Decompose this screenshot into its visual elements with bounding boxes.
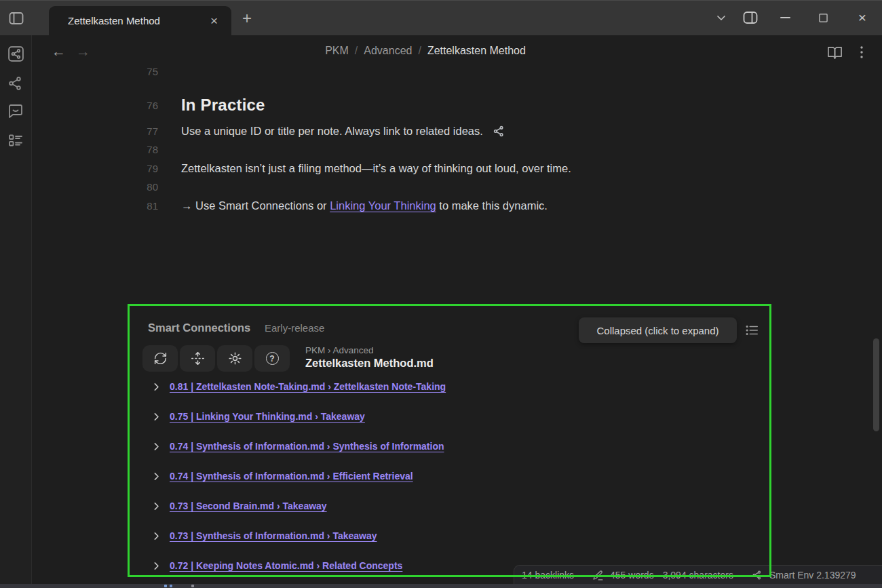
panel-release-tag: Early-release <box>265 322 324 334</box>
paragraph-text: → Use Smart Connections or <box>181 199 330 212</box>
connection-link[interactable]: 0.73 | Synthesis of Information.md › Tak… <box>170 530 377 541</box>
smart-connections-view-icon[interactable] <box>7 45 24 62</box>
titlebar: Zettelkasten Method × + × <box>0 0 882 35</box>
panel-toolbar: ? <box>142 345 290 372</box>
chevron-right-icon[interactable] <box>151 471 162 482</box>
panel-context-folder: PKM › Advanced <box>305 345 374 355</box>
chevron-right-icon[interactable] <box>151 501 162 512</box>
smart-chat-icon[interactable] <box>7 103 24 120</box>
line-number: 81 <box>128 200 158 212</box>
line-number: 75 <box>128 66 158 77</box>
bottom-edge-sliver <box>0 584 882 588</box>
breadcrumb-separator: / <box>418 45 421 56</box>
paragraph-text: to make this dynamic. <box>436 199 548 212</box>
window-close-icon[interactable]: × <box>847 0 877 35</box>
help-button[interactable]: ? <box>254 345 290 372</box>
paragraph-line[interactable]: → Use Smart Connections or Linking Your … <box>181 199 548 212</box>
pencil-icon <box>592 570 604 581</box>
chevron-down-icon[interactable] <box>706 0 736 35</box>
paragraph-line[interactable]: Zettelkasten isn’t just a filing method—… <box>181 162 571 175</box>
internal-link-linking-your-thinking[interactable]: Linking Your Thinking <box>330 199 436 212</box>
smart-connections-inline-icon[interactable] <box>493 125 505 138</box>
line-number: 78 <box>128 144 158 155</box>
connection-link[interactable]: 0.73 | Second Brain.md › Takeaway <box>170 501 327 511</box>
new-tab-button[interactable]: + <box>236 8 258 28</box>
connection-list-item: 0.72 | Keeping Notes Atomic.md › Related… <box>151 557 402 574</box>
maximize-button[interactable] <box>808 0 838 35</box>
editor-scrollbar-thumb[interactable] <box>873 338 879 431</box>
tab-zettelkasten-method[interactable]: Zettelkasten Method × <box>49 6 231 35</box>
line-number: 76 <box>128 100 158 111</box>
chevron-right-icon[interactable] <box>151 411 162 423</box>
connection-link[interactable]: 0.74 | Synthesis of Information.md › Eff… <box>170 471 413 482</box>
tab-title: Zettelkasten Method <box>68 15 206 26</box>
settings-gear-icon[interactable] <box>217 345 252 372</box>
breadcrumb: PKM/Advanced/Zettelkasten Method <box>32 45 819 57</box>
fold-toggle-button[interactable] <box>180 345 215 372</box>
smart-env-graph-icon <box>752 570 763 581</box>
word-count[interactable]: 455 words <box>610 570 654 581</box>
right-sidebar-toggle-icon[interactable] <box>735 0 765 35</box>
minimize-button[interactable] <box>770 0 800 35</box>
backlinks-count[interactable]: 14 backlinks <box>522 570 574 581</box>
left-sidebar-toggle-icon[interactable] <box>7 9 25 27</box>
paragraph-text: Use a unique ID or title per note. Alway… <box>181 125 483 137</box>
left-ribbon <box>0 35 32 588</box>
section-heading[interactable]: In Practice <box>181 96 265 115</box>
connection-list-item: 0.73 | Synthesis of Information.md › Tak… <box>151 528 377 544</box>
checklist-icon[interactable] <box>7 132 24 149</box>
connection-list-item: 0.73 | Second Brain.md › Takeaway <box>151 498 327 514</box>
list-view-icon[interactable] <box>744 323 759 338</box>
connection-link[interactable]: 0.75 | Linking Your Thinking.md › Takeaw… <box>170 411 365 422</box>
collapsed-expand-button[interactable]: Collapsed (click to expand) <box>579 317 737 343</box>
line-number: 80 <box>128 181 158 193</box>
smart-env-version[interactable]: Smart Env 2.139279 <box>769 570 856 581</box>
panel-title: Smart Connections <box>148 321 250 334</box>
question-icon: ? <box>266 352 279 365</box>
connection-link[interactable]: 0.72 | Keeping Notes Atomic.md › Related… <box>170 560 402 571</box>
more-options-icon[interactable] <box>855 45 868 60</box>
paragraph-line[interactable]: Use a unique ID or title per note. Alway… <box>181 125 505 138</box>
graph-view-icon[interactable] <box>7 75 24 92</box>
tab-close-icon[interactable]: × <box>206 13 222 28</box>
line-number: 79 <box>128 163 158 174</box>
breadcrumb-separator: / <box>355 45 358 56</box>
breadcrumb-note-title[interactable]: Zettelkasten Method <box>427 45 526 56</box>
connection-link[interactable]: 0.81 | Zettelkasten Note-Taking.md › Zet… <box>170 381 446 392</box>
chevron-right-icon[interactable] <box>151 441 162 452</box>
breadcrumb-folder[interactable]: PKM <box>325 45 349 56</box>
chevron-right-icon[interactable] <box>151 530 162 542</box>
panel-context-file: Zettelkasten Method.md <box>305 357 434 370</box>
reading-view-icon[interactable] <box>827 45 843 60</box>
status-bar: 14 backlinks 455 words 3,094 characters … <box>514 565 882 585</box>
refresh-button[interactable] <box>142 345 178 372</box>
chevron-right-icon[interactable] <box>151 560 162 572</box>
connection-list-item: 0.75 | Linking Your Thinking.md › Takeaw… <box>151 408 365 425</box>
line-number: 77 <box>128 125 158 137</box>
chevron-right-icon[interactable] <box>151 381 162 393</box>
breadcrumb-subfolder[interactable]: Advanced <box>364 45 412 56</box>
connection-list-item: 0.74 | Synthesis of Information.md › Eff… <box>151 468 413 484</box>
connection-list-item: 0.74 | Synthesis of Information.md › Syn… <box>151 438 444 454</box>
connection-list-item: 0.81 | Zettelkasten Note-Taking.md › Zet… <box>151 378 446 395</box>
character-count[interactable]: 3,094 characters <box>663 570 733 581</box>
connection-link[interactable]: 0.74 | Synthesis of Information.md › Syn… <box>170 441 444 452</box>
